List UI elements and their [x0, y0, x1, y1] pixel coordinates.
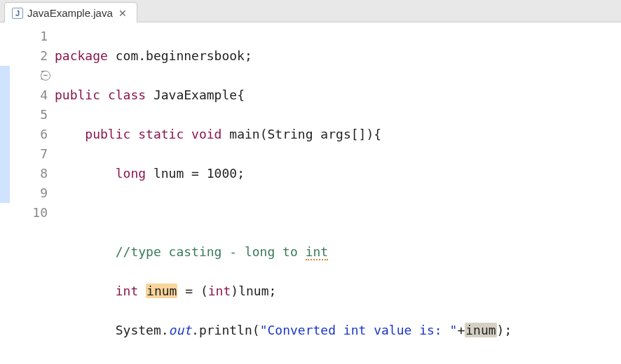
line-number: 7 — [10, 144, 48, 164]
code-line: long lnum = 1000; — [55, 164, 621, 183]
editor-panel: J JavaExample.java ✕ 1 2 3− 4 5 6 7 8 — [0, 0, 621, 364]
line-number-gutter: 1 2 3− 4 5 6 7 8 9 10 — [10, 27, 55, 364]
code-line: System.out.println("Converted int value … — [55, 321, 621, 340]
marker-strip — [0, 27, 10, 364]
line-number: 2 — [10, 46, 48, 66]
code-line: } — [55, 360, 621, 364]
close-icon[interactable]: ✕ — [117, 8, 128, 19]
java-file-icon: J — [12, 8, 23, 19]
code-line: package com.beginnersbook; — [55, 46, 621, 66]
line-number: 6 — [10, 125, 48, 144]
editor-tab-javaexample[interactable]: J JavaExample.java ✕ — [4, 2, 137, 22]
editor-tab-label: JavaExample.java — [27, 7, 113, 19]
line-number: 8 — [10, 164, 48, 183]
line-number: 4 — [10, 85, 48, 105]
code-line: int inum = (int)lnum; — [55, 281, 621, 301]
line-number: 1 — [10, 27, 48, 46]
code-line — [55, 203, 621, 223]
line-number: 10 — [10, 203, 48, 223]
code-line: //type casting - long to int — [55, 242, 621, 262]
code-line: public static void main(String args[]){ — [55, 125, 621, 144]
fold-collapse-icon[interactable]: − — [41, 71, 50, 80]
code-content[interactable]: package com.beginnersbook; public class … — [55, 27, 621, 364]
editor-tab-bar: J JavaExample.java ✕ — [0, 0, 621, 22]
line-number: 5 — [10, 105, 48, 125]
code-editor[interactable]: 1 2 3− 4 5 6 7 8 9 10 package com.beginn… — [0, 22, 621, 364]
line-number: 3− — [10, 66, 48, 85]
code-line: public class JavaExample{ — [55, 85, 621, 105]
line-number: 9 — [10, 183, 48, 203]
